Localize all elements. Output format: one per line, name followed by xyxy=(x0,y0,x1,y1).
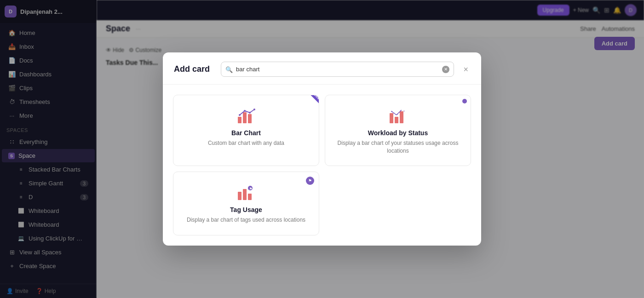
svg-text:⚑: ⚑ xyxy=(249,187,252,190)
svg-rect-8 xyxy=(395,117,398,123)
svg-rect-7 xyxy=(390,113,393,123)
bar-chart-icon-wrap xyxy=(237,108,255,125)
svg-rect-11 xyxy=(238,192,242,200)
card-item-workload-status[interactable]: › Workload by Status Display a bar chart… xyxy=(325,95,471,166)
add-card-modal: Add card 🔍 ✕ × BUSINESS xyxy=(163,52,481,246)
svg-point-5 xyxy=(249,112,251,114)
business-badge: BUSINESS xyxy=(295,95,319,119)
tag-usage-desc: Display a bar chart of tags used across … xyxy=(187,216,305,224)
modal-close-button[interactable]: × xyxy=(461,63,470,75)
tag-badge: ⚑ xyxy=(306,177,314,185)
svg-rect-1 xyxy=(243,112,247,123)
card-grid: BUSINESS Bar Chart Custom bar c xyxy=(163,85,481,246)
svg-text:›: › xyxy=(403,109,405,113)
svg-point-6 xyxy=(253,109,255,110)
business-badge-text: BUSINESS xyxy=(304,95,319,110)
modal-search-input[interactable] xyxy=(221,62,454,77)
svg-rect-0 xyxy=(238,117,242,123)
svg-rect-2 xyxy=(248,114,252,123)
bar-chart-icon xyxy=(237,109,255,124)
svg-point-3 xyxy=(239,114,241,116)
workload-icon-wrap: › xyxy=(389,108,407,125)
workload-dot xyxy=(462,99,467,103)
bar-chart-desc: Custom bar chart with any data xyxy=(208,139,284,147)
modal-search-wrap: 🔍 ✕ xyxy=(221,62,454,77)
workload-icon: › xyxy=(389,109,407,124)
svg-point-4 xyxy=(244,110,246,112)
search-clear-button[interactable]: ✕ xyxy=(442,66,449,73)
card-item-tag-usage[interactable]: ⚑ ⚑ Tag Usage Display a bar chart of tag… xyxy=(173,172,319,235)
workload-status-desc: Display a bar chart of your statuses usa… xyxy=(334,139,461,155)
modal-overlay[interactable]: Add card 🔍 ✕ × BUSINESS xyxy=(0,0,644,298)
card-item-bar-chart[interactable]: BUSINESS Bar Chart Custom bar c xyxy=(173,95,319,166)
bar-chart-name: Bar Chart xyxy=(231,129,261,137)
tag-usage-icon: ⚑ xyxy=(237,185,255,201)
workload-status-name: Workload by Status xyxy=(368,129,428,137)
tag-usage-icon-wrap: ⚑ xyxy=(237,185,255,201)
modal-header: Add card 🔍 ✕ × xyxy=(163,52,481,85)
svg-rect-12 xyxy=(243,189,247,200)
svg-rect-13 xyxy=(248,194,252,200)
tag-usage-name: Tag Usage xyxy=(230,206,262,213)
modal-title: Add card xyxy=(174,64,210,74)
modal-search-icon: 🔍 xyxy=(225,66,233,73)
svg-rect-9 xyxy=(400,111,403,123)
